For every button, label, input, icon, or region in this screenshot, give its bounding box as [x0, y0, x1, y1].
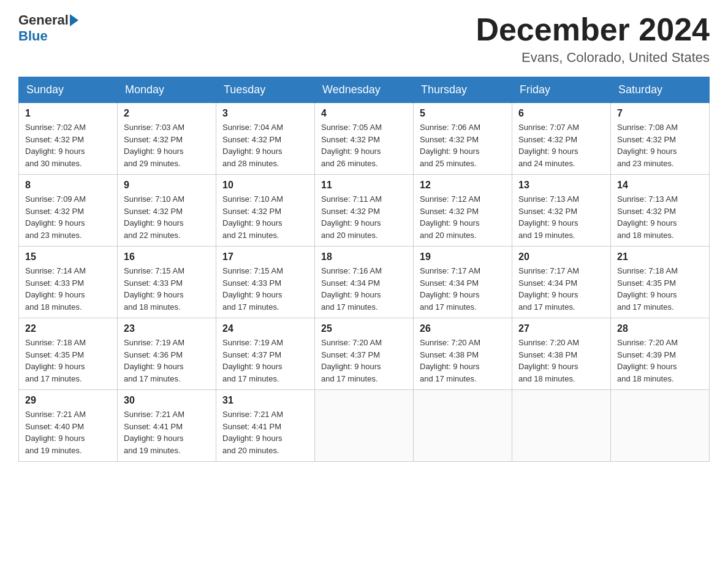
day-number: 11 [321, 180, 407, 191]
month-title: December 2024 [476, 12, 710, 47]
day-number: 23 [124, 323, 210, 334]
calendar-cell: 6Sunrise: 7:07 AMSunset: 4:32 PMDaylight… [512, 103, 611, 175]
calendar-cell: 21Sunrise: 7:18 AMSunset: 4:35 PMDayligh… [611, 247, 710, 318]
day-number: 1 [25, 108, 111, 119]
day-info: Sunrise: 7:20 AMSunset: 4:37 PMDaylight:… [321, 337, 407, 385]
header-tuesday: Tuesday [216, 77, 315, 103]
day-number: 30 [124, 395, 210, 406]
day-number: 8 [25, 180, 111, 191]
day-info: Sunrise: 7:15 AMSunset: 4:33 PMDaylight:… [124, 265, 210, 313]
day-number: 13 [518, 180, 604, 191]
day-number: 17 [222, 251, 308, 262]
day-info: Sunrise: 7:17 AMSunset: 4:34 PMDaylight:… [420, 265, 506, 313]
calendar-header-row: SundayMondayTuesdayWednesdayThursdayFrid… [19, 77, 710, 103]
day-number: 6 [518, 108, 604, 119]
calendar-week-row: 22Sunrise: 7:18 AMSunset: 4:35 PMDayligh… [19, 318, 710, 390]
day-number: 14 [617, 180, 703, 191]
day-info: Sunrise: 7:18 AMSunset: 4:35 PMDaylight:… [25, 337, 111, 385]
calendar-week-row: 15Sunrise: 7:14 AMSunset: 4:33 PMDayligh… [19, 247, 710, 318]
calendar-table: SundayMondayTuesdayWednesdayThursdayFrid… [18, 77, 710, 462]
day-number: 12 [420, 180, 506, 191]
calendar-cell: 16Sunrise: 7:15 AMSunset: 4:33 PMDayligh… [118, 247, 216, 318]
calendar-week-row: 1Sunrise: 7:02 AMSunset: 4:32 PMDaylight… [19, 103, 710, 175]
day-info: Sunrise: 7:07 AMSunset: 4:32 PMDaylight:… [518, 121, 604, 169]
title-area: December 2024 Evans, Colorado, United St… [476, 12, 710, 66]
logo-general-text: General [18, 12, 69, 28]
day-info: Sunrise: 7:06 AMSunset: 4:32 PMDaylight:… [420, 121, 506, 169]
day-number: 27 [518, 323, 604, 334]
calendar-cell: 3Sunrise: 7:04 AMSunset: 4:32 PMDaylight… [216, 103, 315, 175]
calendar-cell: 8Sunrise: 7:09 AMSunset: 4:32 PMDaylight… [19, 175, 118, 247]
calendar-cell: 17Sunrise: 7:15 AMSunset: 4:33 PMDayligh… [216, 247, 315, 318]
day-info: Sunrise: 7:09 AMSunset: 4:32 PMDaylight:… [25, 193, 111, 241]
logo: General Blue [18, 12, 80, 44]
header-thursday: Thursday [414, 77, 512, 103]
day-info: Sunrise: 7:16 AMSunset: 4:34 PMDaylight:… [321, 265, 407, 313]
header-friday: Friday [512, 77, 611, 103]
calendar-week-row: 29Sunrise: 7:21 AMSunset: 4:40 PMDayligh… [19, 390, 710, 462]
calendar-cell: 18Sunrise: 7:16 AMSunset: 4:34 PMDayligh… [315, 247, 414, 318]
day-info: Sunrise: 7:21 AMSunset: 4:41 PMDaylight:… [124, 408, 210, 456]
day-number: 18 [321, 251, 407, 262]
calendar-week-row: 8Sunrise: 7:09 AMSunset: 4:32 PMDaylight… [19, 175, 710, 247]
day-info: Sunrise: 7:11 AMSunset: 4:32 PMDaylight:… [321, 193, 407, 241]
header-monday: Monday [118, 77, 216, 103]
logo-arrow-icon [70, 14, 78, 26]
day-info: Sunrise: 7:03 AMSunset: 4:32 PMDaylight:… [124, 121, 210, 169]
logo-blue-text: Blue [18, 28, 48, 44]
day-number: 5 [420, 108, 506, 119]
calendar-cell: 13Sunrise: 7:13 AMSunset: 4:32 PMDayligh… [512, 175, 611, 247]
day-info: Sunrise: 7:13 AMSunset: 4:32 PMDaylight:… [518, 193, 604, 241]
day-number: 16 [124, 251, 210, 262]
day-info: Sunrise: 7:10 AMSunset: 4:32 PMDaylight:… [222, 193, 308, 241]
header-saturday: Saturday [611, 77, 710, 103]
calendar-cell: 4Sunrise: 7:05 AMSunset: 4:32 PMDaylight… [315, 103, 414, 175]
day-info: Sunrise: 7:17 AMSunset: 4:34 PMDaylight:… [518, 265, 604, 313]
calendar-cell: 27Sunrise: 7:20 AMSunset: 4:38 PMDayligh… [512, 318, 611, 390]
calendar-cell: 31Sunrise: 7:21 AMSunset: 4:41 PMDayligh… [216, 390, 315, 462]
calendar-cell: 10Sunrise: 7:10 AMSunset: 4:32 PMDayligh… [216, 175, 315, 247]
day-number: 9 [124, 180, 210, 191]
day-info: Sunrise: 7:05 AMSunset: 4:32 PMDaylight:… [321, 121, 407, 169]
day-number: 19 [420, 251, 506, 262]
day-info: Sunrise: 7:20 AMSunset: 4:38 PMDaylight:… [518, 337, 604, 385]
calendar-cell: 23Sunrise: 7:19 AMSunset: 4:36 PMDayligh… [118, 318, 216, 390]
day-info: Sunrise: 7:20 AMSunset: 4:39 PMDaylight:… [617, 337, 703, 385]
calendar-cell: 15Sunrise: 7:14 AMSunset: 4:33 PMDayligh… [19, 247, 118, 318]
day-number: 21 [617, 251, 703, 262]
day-info: Sunrise: 7:21 AMSunset: 4:40 PMDaylight:… [25, 408, 111, 456]
day-info: Sunrise: 7:19 AMSunset: 4:37 PMDaylight:… [222, 337, 308, 385]
header-wednesday: Wednesday [315, 77, 414, 103]
calendar-cell: 30Sunrise: 7:21 AMSunset: 4:41 PMDayligh… [118, 390, 216, 462]
day-number: 10 [222, 180, 308, 191]
calendar-cell: 1Sunrise: 7:02 AMSunset: 4:32 PMDaylight… [19, 103, 118, 175]
day-number: 20 [518, 251, 604, 262]
day-info: Sunrise: 7:08 AMSunset: 4:32 PMDaylight:… [617, 121, 703, 169]
day-number: 31 [222, 395, 308, 406]
calendar-cell: 5Sunrise: 7:06 AMSunset: 4:32 PMDaylight… [414, 103, 512, 175]
location-title: Evans, Colorado, United States [476, 50, 710, 66]
calendar-cell: 11Sunrise: 7:11 AMSunset: 4:32 PMDayligh… [315, 175, 414, 247]
calendar-cell: 26Sunrise: 7:20 AMSunset: 4:38 PMDayligh… [414, 318, 512, 390]
calendar-cell: 25Sunrise: 7:20 AMSunset: 4:37 PMDayligh… [315, 318, 414, 390]
day-info: Sunrise: 7:18 AMSunset: 4:35 PMDaylight:… [617, 265, 703, 313]
day-info: Sunrise: 7:13 AMSunset: 4:32 PMDaylight:… [617, 193, 703, 241]
day-number: 25 [321, 323, 407, 334]
calendar-cell: 7Sunrise: 7:08 AMSunset: 4:32 PMDaylight… [611, 103, 710, 175]
calendar-cell [512, 390, 611, 462]
calendar-cell: 29Sunrise: 7:21 AMSunset: 4:40 PMDayligh… [19, 390, 118, 462]
calendar-cell: 20Sunrise: 7:17 AMSunset: 4:34 PMDayligh… [512, 247, 611, 318]
calendar-cell: 2Sunrise: 7:03 AMSunset: 4:32 PMDaylight… [118, 103, 216, 175]
day-info: Sunrise: 7:10 AMSunset: 4:32 PMDaylight:… [124, 193, 210, 241]
calendar-cell [414, 390, 512, 462]
calendar-cell: 14Sunrise: 7:13 AMSunset: 4:32 PMDayligh… [611, 175, 710, 247]
day-number: 4 [321, 108, 407, 119]
calendar-cell: 28Sunrise: 7:20 AMSunset: 4:39 PMDayligh… [611, 318, 710, 390]
day-number: 26 [420, 323, 506, 334]
day-info: Sunrise: 7:14 AMSunset: 4:33 PMDaylight:… [25, 265, 111, 313]
day-number: 24 [222, 323, 308, 334]
calendar-cell [611, 390, 710, 462]
calendar-cell: 9Sunrise: 7:10 AMSunset: 4:32 PMDaylight… [118, 175, 216, 247]
day-number: 28 [617, 323, 703, 334]
header-sunday: Sunday [19, 77, 118, 103]
